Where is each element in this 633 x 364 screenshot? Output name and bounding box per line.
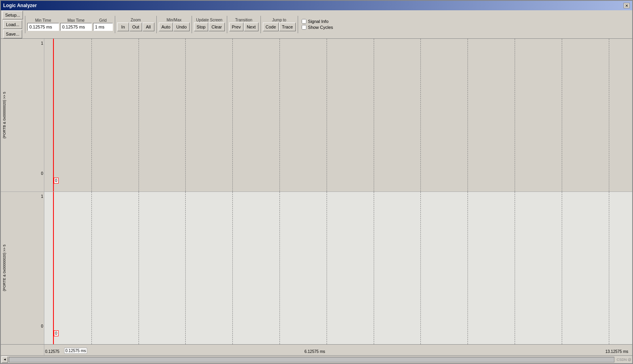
dashed-line-1-7 (374, 39, 374, 191)
zoom-group: Zoom In Out All (117, 18, 154, 31)
signal-1-name: (PORTB & 0x00000020) >> 5 (2, 92, 6, 138)
window-title: Logic Analyzer (3, 3, 37, 8)
main-area: 1 (PORTB & 0x00000020) >> 5 0 0 (1, 39, 632, 363)
divider-5 (227, 16, 227, 33)
jump-code-button[interactable]: Code (263, 23, 279, 31)
jump-to-label: Jump to (272, 18, 287, 22)
signal-row-1: 1 (PORTB & 0x00000020) >> 5 0 0 (1, 39, 632, 192)
update-buttons: Stop Clear (194, 23, 225, 31)
divider-3 (156, 16, 157, 33)
zoom-buttons: In Out All (117, 23, 154, 31)
max-time-label: Max Time (67, 18, 84, 23)
signal-1-high: 1 (41, 41, 43, 46)
dashed-line-1-3 (185, 39, 186, 191)
dashed-line-2-6 (327, 192, 327, 345)
file-section: Setup... Load... Save... (2, 11, 23, 38)
dashed-line-1-1 (91, 39, 92, 191)
min-time-label: Min Time (35, 18, 51, 23)
dashed-line-2-4 (232, 192, 233, 345)
signal-2-high: 1 (41, 194, 43, 199)
divider-2 (115, 16, 115, 33)
dashed-line-2-5 (279, 192, 280, 345)
minmax-group: Min/Max Auto Undo (159, 18, 190, 31)
load-button[interactable]: Load... (3, 20, 22, 29)
transition-prev-button[interactable]: Prev (229, 23, 244, 31)
scrollbar-area: ◄ CSDN @ (1, 355, 632, 363)
show-cycles-checkbox-item: Show Cycles (302, 25, 333, 30)
minmax-undo-button[interactable]: Undo (173, 23, 189, 31)
checkbox-group: Signal Info Show Cycles (302, 19, 333, 30)
divider-4 (192, 16, 192, 33)
show-cycles-checkbox[interactable] (302, 25, 306, 30)
signal-canvas-1[interactable]: 0 (44, 39, 632, 191)
timeline-end: 13.12575 ms (605, 349, 628, 354)
save-button[interactable]: Save... (3, 30, 22, 38)
zoom-out-button[interactable]: Out (129, 23, 142, 31)
dashed-line-2-11 (562, 192, 562, 345)
zoom-label: Zoom (131, 18, 141, 22)
show-cycles-label: Show Cycles (308, 25, 333, 30)
setup-button[interactable]: Setup... (2, 11, 23, 19)
timeline-start: 0.12575 (45, 349, 59, 354)
dashed-line-1-12 (609, 39, 609, 191)
signal-2-low: 0 (41, 324, 43, 328)
zoom-in-button[interactable]: In (117, 23, 129, 31)
dashed-line-2-10 (515, 192, 515, 345)
logic-analyzer-window: Logic Analyzer ✕ Setup... Load... Save..… (0, 0, 633, 364)
update-screen-label: Update Screen (196, 18, 222, 22)
dashed-line-1-8 (420, 39, 421, 191)
grid-value: 1 ms (93, 23, 113, 31)
signal-1-low: 0 (41, 171, 43, 176)
transition-next-button[interactable]: Next (244, 23, 259, 31)
toolbar-top-row: Setup... Load... Save... Min Time 0.1257… (2, 11, 631, 38)
max-time-group: Max Time 0.12575 ms (60, 18, 92, 31)
dashed-line-2-3 (185, 192, 186, 345)
min-time-value: 0.12575 ms (27, 23, 59, 31)
dashed-line-2-9 (468, 192, 468, 345)
grid-group: Grid 1 ms (93, 18, 113, 31)
transition-group: Transition Prev Next (229, 18, 259, 31)
signal-canvas-2[interactable]: 0 (44, 192, 632, 345)
signal-2-name-container: (PORTE & 0x00000020) >> 5 (2, 192, 6, 345)
grid-label: Grid (99, 18, 106, 23)
horizontal-scrollbar[interactable] (9, 357, 614, 362)
dashed-line-2-12 (609, 192, 609, 345)
signal-value-box-1: 0 (54, 178, 59, 184)
jump-buttons: Code Trace (263, 23, 296, 31)
jump-trace-button[interactable]: Trace (279, 23, 296, 31)
dashed-line-1-4 (232, 39, 233, 191)
signal-area: 1 (PORTB & 0x00000020) >> 5 0 0 (1, 39, 632, 344)
close-icon: ✕ (625, 4, 628, 8)
min-time-group: Min Time 0.12575 ms (27, 18, 59, 31)
dashed-line-1-11 (562, 39, 562, 191)
close-button[interactable]: ✕ (623, 3, 630, 8)
timeline: 0.12575 0.12575 ms 6.12575 ms 13.12575 m… (1, 344, 632, 355)
signal-row-2: 1 (PORTE & 0x00000020) >> 5 0 0 (1, 192, 632, 345)
signal-value-box-2: 0 (54, 330, 59, 336)
signal-label-1: 1 (PORTB & 0x00000020) >> 5 0 (1, 39, 44, 191)
red-cursor-2 (53, 192, 54, 345)
timeline-start-ms: 0.12575 ms (64, 348, 87, 354)
timeline-middle: 6.12575 ms (304, 349, 325, 354)
transition-buttons: Prev Next (229, 23, 259, 31)
update-clear-button[interactable]: Clear (209, 23, 224, 31)
red-cursor-1 (53, 39, 54, 191)
jump-to-group: Jump to Code Trace (263, 18, 296, 31)
toolbar: Setup... Load... Save... Min Time 0.1257… (1, 10, 632, 39)
zoom-all-button[interactable]: All (143, 23, 154, 31)
signal-2-name: (PORTE & 0x00000020) >> 5 (2, 245, 6, 291)
update-screen-group: Update Screen Stop Clear (194, 18, 225, 31)
dashed-line-1-6 (327, 39, 327, 191)
scroll-left-button[interactable]: ◄ (2, 356, 8, 363)
dashed-line-1-9 (468, 39, 468, 191)
max-time-value: 0.12575 ms (60, 23, 92, 31)
divider-7 (298, 16, 298, 33)
timeline-start-left (1, 346, 2, 350)
minmax-label: Min/Max (167, 18, 182, 22)
dashed-line-2-8 (420, 192, 421, 345)
dashed-line-1-5 (279, 39, 280, 191)
transition-label: Transition (235, 18, 253, 22)
update-stop-button[interactable]: Stop (194, 23, 209, 31)
minmax-auto-button[interactable]: Auto (159, 23, 173, 31)
signal-info-checkbox[interactable] (302, 19, 306, 24)
